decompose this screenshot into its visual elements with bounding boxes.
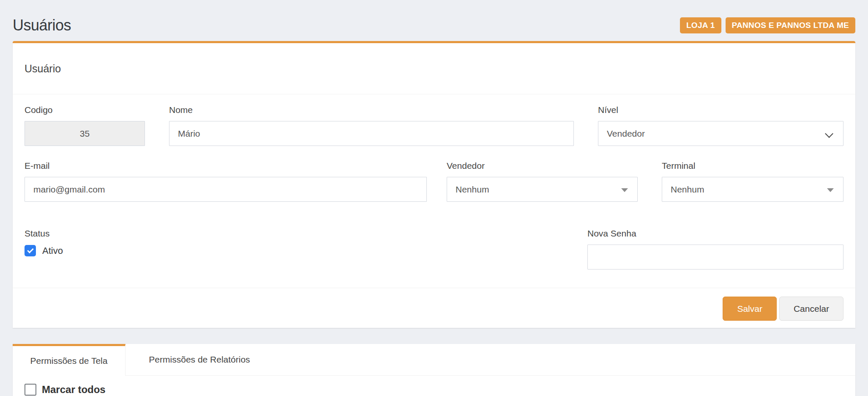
form-row-2: E-mail Vendedor Nenhum Terminal Nenhum [25,161,843,202]
nivel-field-group: Nível Vendedor [598,105,843,146]
codigo-input [25,121,145,146]
card-body: Codigo Nome Nível Vendedor E-mail [13,94,855,288]
nome-field-group: Nome [169,105,574,146]
permissions-tabs-card: Permissões de Tela Permissões de Relatór… [13,344,855,396]
vendedor-select[interactable]: Nenhum [447,177,638,202]
nivel-label: Nível [598,105,843,115]
marcar-todos-label[interactable]: Marcar todos [42,384,106,396]
caret-down-icon [621,188,628,192]
check-icon [27,247,34,253]
vendedor-label: Vendedor [447,161,638,171]
nova-senha-input[interactable] [587,245,843,270]
card-title: Usuário [13,43,855,94]
status-checkbox-row: Ativo [25,245,587,256]
header-badges: LOJA 1 PANNOS E PANNOS LTDA ME [680,17,855,33]
nivel-selected-value: Vendedor [607,129,645,139]
company-badge[interactable]: PANNOS E PANNOS LTDA ME [726,17,855,33]
email-field-group: E-mail [25,161,427,202]
terminal-field-group: Terminal Nenhum [662,161,843,202]
email-input[interactable] [25,177,427,202]
nome-input[interactable] [169,121,574,146]
terminal-selected-value: Nenhum [671,184,704,195]
tab-strip: Permissões de Tela Permissões de Relatór… [13,344,855,376]
terminal-label: Terminal [662,161,843,171]
chevron-down-icon [825,129,833,138]
terminal-select[interactable]: Nenhum [662,177,843,202]
status-label: Status [25,228,587,239]
nivel-select[interactable]: Vendedor [598,121,843,146]
ativo-checkbox-label[interactable]: Ativo [42,245,63,256]
email-label: E-mail [25,161,427,171]
page-title: Usuários [13,16,71,34]
tab-strip-rest: Permissões de Relatórios [126,344,855,376]
store-badge[interactable]: LOJA 1 [680,17,721,33]
tab-content: Marcar todos [13,376,855,396]
codigo-label: Codigo [25,105,145,115]
status-field-group: Status Ativo [25,228,587,270]
nome-label: Nome [169,105,574,115]
codigo-field-group: Codigo [25,105,145,146]
vendedor-selected-value: Nenhum [456,184,489,195]
user-form-card: Usuário Codigo Nome Nível Vendedor [13,41,855,328]
form-row-3: Status Ativo Nova Senha [25,228,843,270]
marcar-todos-checkbox[interactable] [25,384,36,396]
nova-senha-label: Nova Senha [587,228,843,239]
cancel-button[interactable]: Cancelar [779,297,843,321]
select-all-row: Marcar todos [25,384,843,396]
form-row-1: Codigo Nome Nível Vendedor [25,105,843,146]
ativo-checkbox[interactable] [25,245,36,256]
tab-permissoes-de-tela[interactable]: Permissões de Tela [13,344,126,376]
vendedor-field-group: Vendedor Nenhum [447,161,638,202]
caret-down-icon [827,188,834,192]
page-header: Usuários LOJA 1 PANNOS E PANNOS LTDA ME [0,0,868,41]
tab-permissoes-de-relatorios[interactable]: Permissões de Relatórios [126,344,273,375]
save-button[interactable]: Salvar [723,297,777,321]
nova-senha-field-group: Nova Senha [587,228,843,270]
card-footer: Salvar Cancelar [13,288,855,328]
